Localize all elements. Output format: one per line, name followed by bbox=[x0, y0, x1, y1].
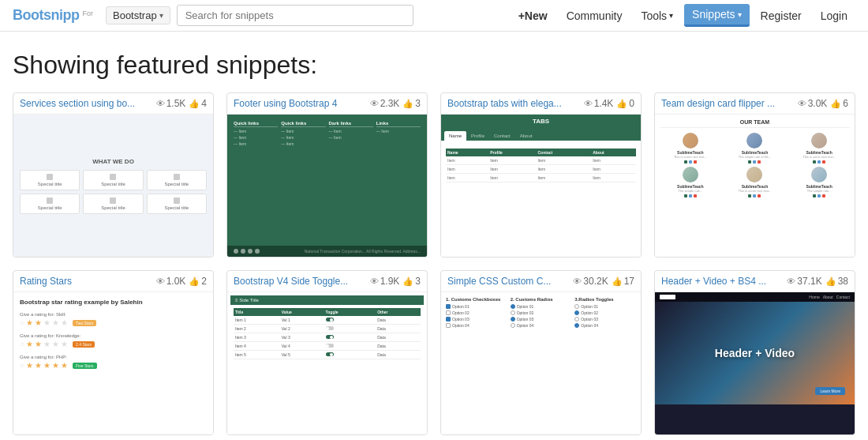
card-header-6: Bootstrap V4 Side Toggle... 👁 1.9K 👍 3 bbox=[227, 271, 427, 292]
tab-item: Contact bbox=[489, 131, 515, 141]
checkbox-cols: 1. Customs Checkboxes Option 01 Option 0… bbox=[446, 297, 636, 329]
register-link[interactable]: Register bbox=[753, 6, 810, 26]
table-cell bbox=[324, 325, 376, 333]
community-link[interactable]: Community bbox=[559, 6, 630, 26]
toggle-item: Option 03 bbox=[574, 317, 636, 322]
snippets-dropdown[interactable]: Snippets ▾ bbox=[684, 4, 749, 27]
views-icon: 👁 bbox=[798, 99, 806, 108]
toggle-switch bbox=[326, 335, 334, 339]
service-item: Special title bbox=[20, 194, 80, 214]
team-avatar bbox=[683, 133, 698, 149]
snippets-grid: Services section using bo... 👁 1.5K 👍 4 … bbox=[0, 92, 868, 440]
table-cell bbox=[324, 351, 376, 359]
footer-col-title: Links bbox=[376, 121, 421, 127]
snippet-card-5[interactable]: Rating Stars 👁 1.0K 👍 2 Bootstrap star r… bbox=[13, 270, 214, 435]
login-link[interactable]: Login bbox=[813, 6, 855, 26]
team-avatar bbox=[746, 133, 762, 149]
table-cell: Val 4 bbox=[280, 342, 324, 351]
table-header: About bbox=[591, 149, 636, 156]
footer-top: Quick links — Item — Item — Item Quick l… bbox=[227, 115, 427, 246]
card-title-2: Footer using Bootstrap 4 bbox=[234, 98, 367, 109]
table-cell: Item bbox=[537, 156, 592, 165]
card-likes-1: 👍 4 bbox=[189, 98, 207, 109]
team-member: SublimeTeach This is some nice text... bbox=[660, 133, 721, 164]
star-icon: ★ bbox=[52, 340, 59, 348]
search-input[interactable] bbox=[177, 5, 413, 26]
snippet-card-4[interactable]: Team design card flipper ... 👁 3.0K 👍 6 … bbox=[654, 92, 855, 258]
table-cell: Val 5 bbox=[280, 351, 324, 359]
snippet-card-3[interactable]: Bootstrap tabs with elega... 👁 1.4K 👍 0 … bbox=[440, 92, 642, 258]
footer-col-item: — Item bbox=[329, 129, 373, 134]
hv-nav-link: About bbox=[823, 295, 833, 299]
new-button[interactable]: +New bbox=[511, 6, 556, 26]
table-cell bbox=[324, 316, 376, 325]
team-member: SublimeTeach This is some nice text... bbox=[724, 167, 786, 197]
service-item: Special title bbox=[83, 170, 143, 190]
social-icon bbox=[241, 249, 245, 254]
footer-col-title: Dark links bbox=[329, 121, 373, 127]
table-cell: Item bbox=[591, 174, 636, 182]
card-views-1: 👁 1.5K bbox=[156, 98, 186, 109]
views-icon: 👁 bbox=[156, 99, 165, 108]
snippet-card-7[interactable]: Simple CSS Custom C... 👁 30.2K 👍 17 1. C… bbox=[440, 270, 642, 435]
bootstrap-dropdown-button[interactable]: Bootstrap ▾ bbox=[106, 6, 170, 24]
footer-col-title: Quick links bbox=[234, 121, 278, 127]
table-cell: Item 3 bbox=[234, 333, 280, 342]
rating-row-1: Give a rating for: Skill: ○ ★ ★ ★ ★ ★ Tw… bbox=[20, 312, 207, 327]
radio bbox=[574, 310, 579, 315]
card-preview-6: ≡ Side Title TitleValueToggleOther Item … bbox=[227, 292, 427, 434]
radio-item: Option 02 bbox=[511, 310, 572, 315]
card-header-1: Services section using bo... 👁 1.5K 👍 4 bbox=[13, 93, 213, 115]
logo[interactable]: Bootsnipp bbox=[13, 7, 79, 24]
card-header-5: Rating Stars 👁 1.0K 👍 2 bbox=[13, 271, 213, 292]
snippet-card-8[interactable]: Header + Video + BS4 ... 👁 37.1K 👍 38 Ho… bbox=[654, 270, 855, 435]
tabs-title: TABS bbox=[441, 115, 641, 128]
team-grid: SublimeTeach This is some nice text... S… bbox=[660, 133, 850, 197]
table-cell: Data bbox=[376, 342, 421, 351]
toggle-body: TitleValueToggleOther Item 1 Val 1 Data … bbox=[230, 305, 424, 363]
rating-row-2: Give a rating for: Knowledge: ○ ★ ★ ★ ★ … bbox=[20, 333, 207, 348]
team-dots bbox=[788, 194, 850, 197]
card-title-6: Bootstrap V4 Side Toggle... bbox=[234, 276, 367, 287]
toggle-item: Option 02 bbox=[574, 310, 636, 315]
team-preview: OUR TEAM SublimeTeach This is some nice … bbox=[655, 115, 855, 257]
star-icon: ★ bbox=[52, 361, 59, 370]
footer-col: Quick links — Item — Item — Item bbox=[234, 121, 278, 239]
checkbox bbox=[446, 304, 451, 309]
hv-cta-button[interactable]: Learn More bbox=[815, 387, 845, 395]
like-icon: 👍 bbox=[612, 276, 623, 287]
toggle-switch bbox=[326, 326, 334, 330]
like-icon: 👍 bbox=[830, 99, 841, 109]
tools-dropdown[interactable]: Tools ▾ bbox=[633, 6, 681, 26]
social-icon bbox=[234, 249, 238, 254]
like-icon: 👍 bbox=[189, 99, 200, 109]
toggle-switch bbox=[326, 344, 334, 348]
table-cell: Val 1 bbox=[280, 316, 324, 325]
card-preview-4: OUR TEAM SublimeTeach This is some nice … bbox=[655, 115, 855, 257]
star-icon: ★ bbox=[61, 318, 68, 327]
footer-col-item: — Item bbox=[281, 135, 325, 140]
card-title-1: Services section using bo... bbox=[20, 98, 153, 109]
table-cell: Item bbox=[446, 156, 488, 165]
snippet-card-1[interactable]: Services section using bo... 👁 1.5K 👍 4 … bbox=[13, 92, 214, 258]
snippet-card-2[interactable]: Footer using Bootstrap 4 👁 2.3K 👍 3 Quic… bbox=[226, 92, 428, 258]
hv-nav-links: Home About Contact bbox=[809, 295, 850, 299]
snippet-card-6[interactable]: Bootstrap V4 Side Toggle... 👁 1.9K 👍 3 ≡… bbox=[226, 270, 428, 435]
star-icon: ○ bbox=[20, 340, 24, 348]
tab-item: Name bbox=[444, 131, 466, 141]
star-icon: ★ bbox=[61, 361, 68, 370]
table-cell: Item bbox=[488, 156, 536, 165]
table-cell: Data bbox=[376, 333, 421, 342]
card-title-4: Team design card flipper ... bbox=[661, 98, 795, 109]
toggle-item: Option 04 bbox=[574, 323, 636, 328]
card-header-3: Bootstrap tabs with elega... 👁 1.4K 👍 0 bbox=[441, 93, 641, 115]
like-icon: 👍 bbox=[825, 276, 836, 287]
checkbox bbox=[446, 323, 451, 328]
checkbox-item: Option 02 bbox=[446, 310, 507, 315]
team-member: SublimeTeach This is some nice text... bbox=[788, 133, 850, 164]
radio-item: Option 01 bbox=[511, 304, 572, 309]
like-icon: 👍 bbox=[616, 99, 627, 109]
table-cell: Item bbox=[591, 156, 636, 165]
table-cell bbox=[324, 342, 376, 351]
tab-item: About bbox=[515, 131, 537, 141]
